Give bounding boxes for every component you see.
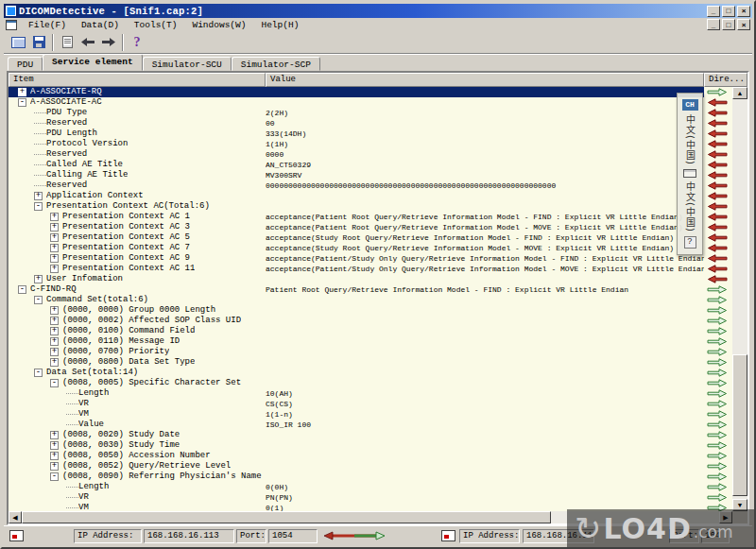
horizontal-scrollbar-thumb[interactable] (22, 511, 551, 523)
scroll-left-icon[interactable]: ◀ (9, 511, 22, 523)
tree-row[interactable]: VM1(1-n) (9, 409, 732, 420)
menu-windows[interactable]: Windows(W) (184, 19, 253, 31)
tree-row[interactable]: +User Infomation (9, 274, 732, 284)
tree-row[interactable]: +(0000, 0800) Data Set Type (9, 357, 732, 368)
tree-row[interactable]: +(0008, 0050) Accession Number (9, 451, 732, 461)
tab-simulator-scu[interactable]: Simulator-SCU (143, 57, 232, 71)
tree-row[interactable]: ValueISO_IR 100 (9, 420, 732, 430)
child-minimize-button[interactable]: _ (707, 19, 720, 30)
child-close-button[interactable]: × (737, 19, 750, 30)
tree-row[interactable]: -Presentation Context AC(Total:6) (9, 201, 732, 212)
tree-collapse-icon[interactable]: - (50, 379, 59, 387)
tree-row[interactable]: -Data Set(total:14) (9, 368, 732, 378)
ime-help-icon[interactable]: ? (684, 236, 696, 249)
tab-simulator-scp[interactable]: Simulator-SCP (232, 57, 320, 71)
tree-expand-icon[interactable]: + (50, 254, 59, 263)
tree-row[interactable]: Protocol Version1(1H) (9, 139, 732, 149)
tree-row[interactable]: +Presentation Context AC 11acceptance(Pa… (9, 264, 732, 274)
tree-row[interactable]: -A-ASSOCIATE-AC (9, 97, 732, 108)
help-button[interactable]: ? (127, 33, 147, 52)
tree-row[interactable]: +(0000, 0110) Message ID (9, 336, 732, 347)
tree-row[interactable]: +Presentation Context AC 5acceptance(Stu… (9, 232, 732, 243)
tree-row[interactable]: VRCS(CS) (9, 399, 732, 409)
tree-row[interactable]: +Presentation Context AC 7acceptance(Stu… (9, 243, 732, 253)
save-button[interactable] (28, 33, 49, 52)
tree-row[interactable]: PDU Length333(14DH) (9, 129, 732, 139)
tree-row[interactable]: -(0008, 0005) Specific Character Set (9, 378, 732, 388)
tree-row[interactable]: +(0008, 0020) Study Date (9, 430, 732, 440)
menu-data[interactable]: Data(D) (74, 19, 127, 31)
report-button[interactable] (57, 33, 77, 52)
tree-expand-icon[interactable]: + (50, 265, 59, 273)
tree-row[interactable]: Calling AE TitleMV300SRV (9, 170, 732, 180)
tree-row[interactable]: Reserved00 (9, 118, 732, 129)
tree-expand-icon[interactable]: + (50, 306, 59, 315)
menu-tools[interactable]: Tools(T) (127, 19, 185, 31)
tree-row[interactable]: VRPN(PN) (9, 492, 732, 503)
tree-expand-icon[interactable]: + (50, 431, 59, 439)
tree-row[interactable]: +(0008, 0030) Study Time (9, 440, 732, 451)
scroll-down-icon[interactable]: ▼ (732, 499, 747, 511)
tree-row[interactable]: Called AE TitleAN_CT50329 (9, 160, 732, 170)
document-icon[interactable] (6, 20, 17, 30)
tree-expand-icon[interactable]: + (50, 327, 59, 335)
tree-row[interactable]: VM0(1) (9, 503, 732, 511)
minimize-button[interactable]: _ (707, 6, 720, 17)
column-header-value[interactable]: Value (266, 73, 704, 87)
tree-expand-icon[interactable]: + (18, 88, 26, 96)
tree-row[interactable]: +Presentation Context AC 3acceptance(Pat… (9, 222, 732, 232)
next-button[interactable] (98, 33, 119, 52)
tree-row[interactable]: +(0000, 0002) Affected SOP Class UID (9, 316, 732, 326)
horizontal-scrollbar[interactable]: ◀ ▶ (9, 511, 732, 523)
tree-collapse-icon[interactable]: - (34, 202, 43, 211)
tree-row[interactable]: Reserved0000 (9, 149, 732, 160)
ime-language-name[interactable]: 中文(中国) (684, 114, 696, 165)
tree-expand-icon[interactable]: + (50, 462, 59, 471)
tree-expand-icon[interactable]: + (50, 358, 59, 367)
tree-expand-icon[interactable]: + (50, 213, 59, 221)
tree-row[interactable]: +A-ASSOCIATE-RQ (9, 87, 732, 97)
tree-row[interactable]: -(0008, 0090) Referring Physician's Name (9, 472, 732, 482)
tree-expand-icon[interactable]: + (50, 317, 59, 325)
tab-pdu[interactable]: PDU (8, 57, 43, 71)
tree-row[interactable]: +Application Context (9, 191, 732, 201)
tree-row[interactable]: +(0008, 0052) Query/Retrieve Level (9, 461, 732, 472)
scroll-right-icon[interactable]: ▶ (719, 511, 732, 523)
child-restore-button[interactable]: □ (722, 19, 735, 30)
scroll-up-icon[interactable]: ▲ (732, 87, 747, 99)
tree-row[interactable]: +(0000, 0700) Priority (9, 347, 732, 357)
tree-collapse-icon[interactable]: - (18, 285, 26, 294)
tree-expand-icon[interactable]: + (34, 192, 43, 200)
column-header-item[interactable]: Item (9, 73, 266, 87)
tree-row[interactable]: Reserved00000000000000000000000000000000… (9, 180, 732, 191)
menu-help[interactable]: Help(H) (253, 19, 306, 31)
tree-row[interactable]: +Presentation Context AC 1acceptance(Pat… (9, 212, 732, 222)
tree-expand-icon[interactable]: + (50, 244, 59, 252)
tab-service-element[interactable]: Service element (43, 54, 143, 71)
tree-row[interactable]: -Command Set(total:6) (9, 295, 732, 305)
keyboard-icon[interactable] (683, 169, 696, 178)
vertical-scrollbar[interactable]: ▲ ▼ (732, 87, 747, 511)
tree-collapse-icon[interactable]: - (34, 296, 43, 304)
menu-file[interactable]: File(F) (21, 19, 74, 31)
column-header-direction[interactable]: Dire... (704, 73, 747, 87)
tree-expand-icon[interactable]: + (34, 275, 43, 283)
ime-language-badge[interactable]: CH (682, 99, 698, 111)
tree-row[interactable]: -C-FIND-RQPatient Root Query/Retrieve In… (9, 284, 732, 295)
tree-row[interactable]: +(0000, 0100) Command Field (9, 326, 732, 336)
tree-row[interactable]: +Presentation Context AC 9acceptance(Pat… (9, 253, 732, 264)
tree-expand-icon[interactable]: + (50, 233, 59, 242)
tree-row[interactable]: Length0(0H) (9, 482, 732, 492)
ime-language-name-2[interactable]: 中文(中国) (684, 181, 696, 232)
tree-collapse-icon[interactable]: - (50, 472, 59, 481)
tree-expand-icon[interactable]: + (50, 452, 59, 460)
tree-row[interactable]: +(0000, 0000) Group 0000 Length (9, 305, 732, 316)
tree-collapse-icon[interactable]: - (34, 369, 43, 377)
tree-expand-icon[interactable]: + (50, 223, 59, 232)
tree-expand-icon[interactable]: + (50, 348, 59, 356)
restore-button[interactable]: □ (722, 6, 735, 17)
tree-row[interactable]: Length10(AH) (9, 388, 732, 399)
open-capture-button[interactable] (8, 33, 28, 52)
prev-button[interactable] (77, 33, 98, 52)
tree-expand-icon[interactable]: + (50, 441, 59, 450)
